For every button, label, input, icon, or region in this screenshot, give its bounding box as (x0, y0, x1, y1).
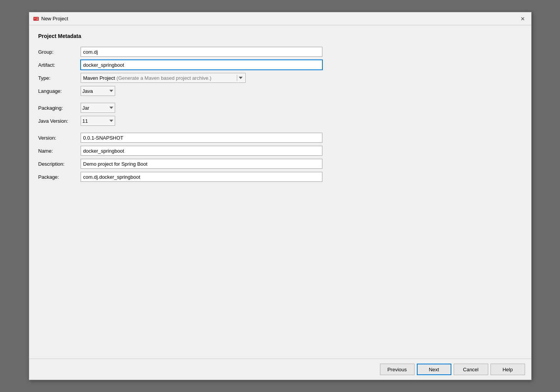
new-project-dialog: New Project ✕ Project Metadata Group: Ar… (29, 12, 532, 380)
title-bar: New Project ✕ (29, 12, 531, 25)
version-field (81, 131, 330, 144)
form-grid: Group: Artifact: Type: Maven Project (Ge… (38, 45, 330, 183)
language-select[interactable]: Java Kotlin Groovy (81, 86, 115, 96)
packaging-select[interactable]: Jar War (81, 103, 115, 113)
help-button[interactable]: Help (491, 364, 525, 375)
group-field (81, 45, 330, 58)
section-title: Project Metadata (38, 33, 522, 39)
svg-rect-2 (36, 18, 38, 18)
type-field: Maven Project (Generate a Maven based pr… (81, 71, 330, 84)
dialog-title: New Project (41, 16, 68, 21)
next-button[interactable]: Next (417, 364, 451, 375)
previous-button[interactable]: Previous (380, 364, 415, 375)
title-bar-left: New Project (33, 16, 68, 22)
packaging-label: Packaging: (38, 103, 81, 113)
language-field: Java Kotlin Groovy (81, 84, 330, 97)
version-input[interactable] (81, 133, 322, 143)
type-select[interactable]: Maven Project (Generate a Maven based pr… (81, 73, 246, 83)
package-label: Package: (38, 172, 81, 182)
type-main-text: Maven Project (83, 75, 115, 81)
cancel-button[interactable]: Cancel (454, 364, 488, 375)
spacer-2 (38, 127, 330, 131)
type-label: Type: (38, 73, 81, 83)
description-label: Description: (38, 159, 81, 169)
package-field (81, 170, 330, 183)
artifact-label: Artifact: (38, 60, 81, 70)
name-label: Name: (38, 146, 81, 156)
artifact-input[interactable] (81, 60, 322, 70)
group-label: Group: (38, 47, 81, 57)
svg-rect-1 (34, 18, 36, 19)
name-input[interactable] (81, 146, 322, 156)
java-version-field: 8 11 17 19 (81, 114, 330, 127)
description-field (81, 157, 330, 170)
type-sub-text: (Generate a Maven based project archive.… (117, 75, 211, 81)
spacer-1 (38, 97, 330, 101)
java-version-select[interactable]: 8 11 17 19 (81, 116, 115, 126)
packaging-field: Jar War (81, 101, 330, 114)
version-label: Version: (38, 133, 81, 143)
dialog-footer: Previous Next Cancel Help (29, 359, 531, 380)
type-dropdown-arrow (237, 75, 243, 81)
description-input[interactable] (81, 159, 322, 169)
group-input[interactable] (81, 47, 322, 57)
svg-rect-3 (36, 19, 38, 20)
close-button[interactable]: ✕ (518, 14, 527, 23)
name-field (81, 144, 330, 157)
artifact-field (81, 58, 330, 71)
project-icon (33, 16, 39, 22)
language-label: Language: (38, 86, 81, 96)
java-version-label: Java Version: (38, 116, 81, 126)
package-input[interactable] (81, 172, 322, 182)
dialog-content: Project Metadata Group: Artifact: Type: … (29, 25, 531, 359)
